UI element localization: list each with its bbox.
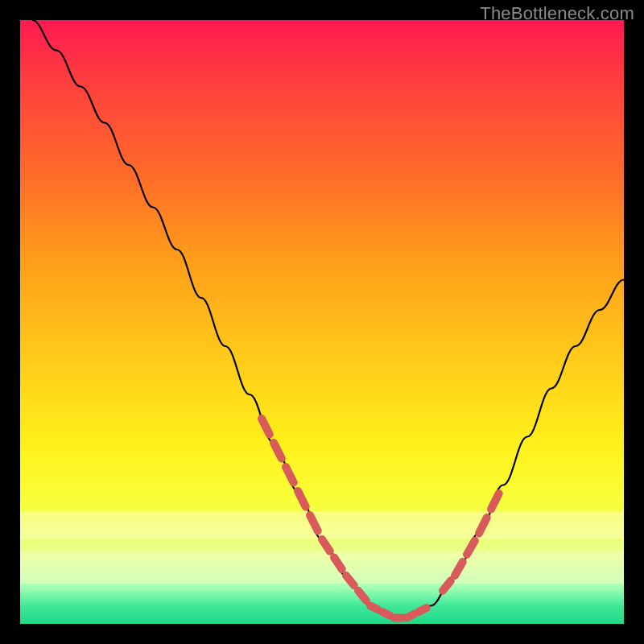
svg-line-9 xyxy=(370,606,378,610)
svg-line-13 xyxy=(419,608,427,612)
svg-line-2 xyxy=(286,467,294,483)
svg-line-1 xyxy=(274,443,282,459)
bottleneck-curve xyxy=(20,20,624,624)
svg-line-4 xyxy=(310,515,318,531)
svg-line-17 xyxy=(479,518,487,534)
watermark-text: TheBottleneck.com xyxy=(480,3,634,24)
svg-line-0 xyxy=(262,419,270,435)
svg-line-12 xyxy=(407,614,415,618)
svg-line-10 xyxy=(382,612,390,616)
svg-line-7 xyxy=(346,576,354,585)
svg-line-15 xyxy=(455,562,463,576)
svg-line-8 xyxy=(358,591,366,601)
svg-line-18 xyxy=(491,493,499,510)
svg-line-16 xyxy=(467,541,475,555)
svg-line-6 xyxy=(334,558,342,570)
svg-line-3 xyxy=(298,491,306,507)
svg-line-5 xyxy=(322,539,330,551)
chart-frame xyxy=(20,20,624,624)
svg-line-14 xyxy=(443,581,451,591)
